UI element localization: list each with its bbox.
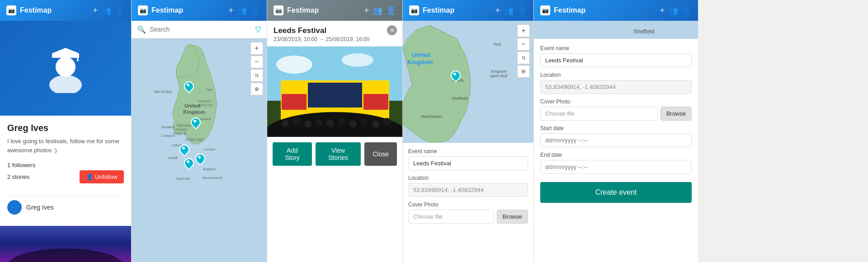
svg-point-40 — [304, 121, 311, 128]
event-name-input-4[interactable] — [408, 156, 528, 170]
unfollow-button[interactable]: 👤 Unfollow — [80, 170, 124, 183]
map-top-5[interactable]: Sheffield — [534, 21, 698, 39]
svg-text:upon Hull: upon Hull — [198, 103, 213, 107]
end-date-label-5: End date — [540, 152, 692, 158]
plus-icon-5[interactable]: + — [660, 6, 665, 15]
popup-close-button[interactable]: ✕ — [387, 25, 397, 35]
north-btn-2[interactable]: N — [250, 69, 263, 82]
form-group-end-5: End date — [540, 152, 692, 174]
profile-name: Greg Ives — [7, 123, 124, 133]
locate-btn-4[interactable]: ⊕ — [517, 65, 530, 78]
popup-image — [267, 47, 402, 137]
user-icon-3[interactable]: 👤 — [386, 5, 396, 15]
user-avatar-small: 👤 — [7, 200, 22, 215]
profile-bottom-image — [0, 226, 131, 262]
users-icon-3[interactable]: 👥 — [373, 5, 382, 15]
svg-text:Bournemouth: Bournemouth — [203, 176, 222, 180]
users-icon-5[interactable]: 👥 — [668, 5, 678, 15]
header-1: Festimap + 👥 👤 — [0, 0, 131, 21]
users-icon-1[interactable]: 👥 — [101, 5, 111, 15]
zoom-out-btn-4[interactable]: − — [517, 38, 530, 51]
choose-file-input-5[interactable]: Choose file — [540, 107, 658, 121]
user-icon-2[interactable]: 👤 — [250, 5, 260, 15]
user-row[interactable]: 👤 Greg Ives — [7, 196, 124, 218]
create-event-button[interactable]: Create event — [540, 182, 692, 203]
browse-button-5[interactable]: Browse — [660, 107, 692, 121]
form-group-cover-4: Cover Photo Choose file Browse — [408, 201, 528, 224]
zoom-in-btn-2[interactable]: + — [250, 42, 263, 55]
svg-point-3 — [56, 57, 75, 77]
map-pin-2[interactable] — [190, 117, 199, 130]
svg-text:Sheffield: Sheffield — [161, 125, 175, 129]
map-pin-leeds[interactable] — [450, 70, 459, 83]
popup-header: Leeds Festival 23/08/2019, 10:00 → 25/08… — [267, 21, 402, 47]
form-group-location-5: Location — [540, 72, 692, 94]
map-4[interactable]: United Kingdom Leeds Sheffield York King… — [403, 21, 533, 143]
svg-text:Isle of Man: Isle of Man — [154, 89, 172, 94]
map-pin-1[interactable] — [184, 81, 193, 94]
uk-map-svg: United Kingdom WALES ENGLAND Isle of Man… — [132, 38, 267, 262]
user-name-small: Greg Ives — [26, 204, 54, 211]
cover-label-4: Cover Photo — [408, 201, 528, 208]
header-3: Festimap + 👥 👤 — [267, 0, 402, 21]
plus-icon-2[interactable]: + — [228, 6, 233, 15]
form-group-event-name-4: Event name — [408, 148, 528, 170]
event-popup-panel: Festimap + 👥 👤 Leeds Festival 23/08/2019… — [267, 0, 403, 262]
location-input-5[interactable] — [540, 80, 692, 94]
north-btn-4[interactable]: N — [517, 51, 530, 64]
svg-rect-57 — [534, 21, 698, 39]
svg-point-27 — [276, 56, 312, 74]
svg-text:London: London — [204, 147, 216, 151]
profile-banner — [0, 21, 131, 116]
svg-rect-35 — [282, 94, 307, 110]
end-date-input-5[interactable] — [540, 160, 692, 174]
stories-count: 2 stories — [7, 173, 29, 180]
svg-point-45 — [361, 119, 368, 126]
close-button[interactable]: Close — [364, 142, 397, 166]
map-pin-4[interactable] — [184, 158, 193, 171]
svg-rect-34 — [308, 83, 362, 108]
svg-text:York: York — [205, 88, 212, 92]
add-story-button[interactable]: Add Story — [273, 142, 312, 166]
users-icon-4[interactable]: 👥 — [504, 5, 514, 15]
filter-icon-2[interactable]: ▽ — [255, 24, 261, 34]
svg-point-4 — [49, 75, 82, 93]
plus-icon-3[interactable]: + — [364, 6, 369, 15]
plus-icon-1[interactable]: + — [93, 6, 98, 15]
plus-icon-4[interactable]: + — [495, 6, 500, 15]
map-pin-5[interactable] — [195, 154, 204, 166]
location-label-5: Location — [540, 72, 692, 78]
start-date-input-5[interactable] — [540, 133, 692, 147]
locate-btn-2[interactable]: ⊕ — [250, 83, 263, 95]
unfollow-label: Unfollow — [95, 173, 118, 180]
browse-button-4[interactable]: Browse — [497, 210, 528, 224]
location-input-4[interactable] — [408, 183, 528, 197]
followers-count: 1 followers — [7, 162, 124, 168]
map-partial-svg-4: United Kingdom Leeds Sheffield York King… — [403, 21, 533, 143]
header-2: Festimap + 👥 👤 — [132, 0, 267, 21]
event-name-input-5[interactable] — [540, 53, 692, 67]
map-pin-3[interactable] — [179, 145, 188, 157]
form-group-event-name-5: Event name — [540, 45, 692, 67]
zoom-out-btn-2[interactable]: − — [250, 56, 263, 68]
svg-text:Sheffield: Sheffield — [633, 28, 654, 35]
user-icon-4[interactable]: 👤 — [517, 5, 527, 15]
svg-rect-36 — [363, 94, 388, 110]
map-controls-4: + − N ⊕ — [517, 24, 530, 78]
user-icon-1[interactable]: 👤 — [115, 5, 125, 15]
start-date-label-5: Start date — [540, 125, 692, 131]
choose-file-input-4[interactable]: Choose file — [408, 210, 494, 224]
svg-text:Manchester: Manchester — [421, 114, 442, 119]
svg-text:Kingdom: Kingdom — [183, 109, 205, 115]
user-icon-5[interactable]: 👤 — [682, 5, 692, 15]
profile-bio: I love going to festivals, follow me for… — [7, 137, 124, 154]
search-input-2[interactable] — [150, 26, 251, 33]
view-stories-button[interactable]: View Stories — [316, 142, 361, 166]
zoom-in-btn-4[interactable]: + — [517, 24, 530, 37]
svg-point-38 — [282, 120, 289, 127]
svg-text:Plymouth: Plymouth — [176, 177, 190, 181]
users-icon-2[interactable]: 👥 — [237, 5, 247, 15]
map-2[interactable]: United Kingdom WALES ENGLAND Isle of Man… — [132, 38, 267, 262]
svg-text:York: York — [493, 42, 501, 47]
svg-text:ENGLAND: ENGLAND — [186, 137, 204, 142]
